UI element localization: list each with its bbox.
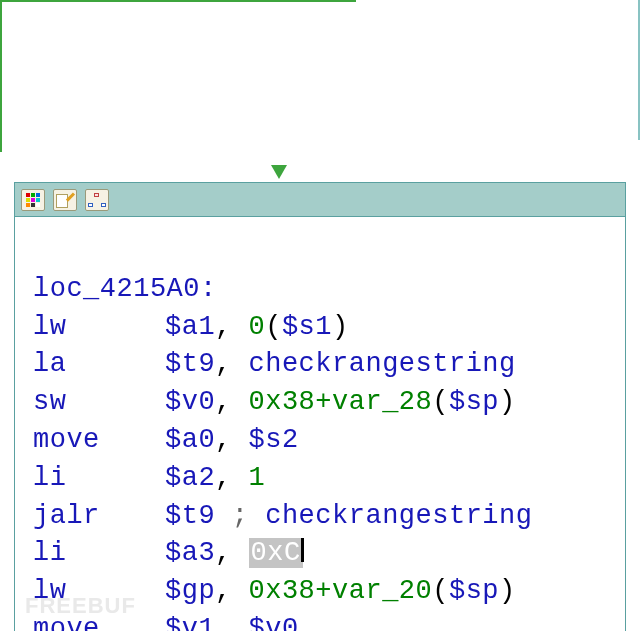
tok-comma: , <box>215 576 248 606</box>
asm-line[interactable]: li$a3, 0xC <box>33 535 613 573</box>
tok-num: 1 <box>249 463 266 493</box>
asm-line[interactable]: la$t9, checkrangestring <box>33 346 613 384</box>
tok-comma: , <box>215 312 248 342</box>
asm-line[interactable]: jalr$t9 ; checkrangestring <box>33 498 613 536</box>
tok-punct: ( <box>265 312 282 342</box>
tok-comma: , <box>215 349 248 379</box>
asm-line[interactable]: sw$v0, 0x38+var_28($sp) <box>33 384 613 422</box>
graph-view-button[interactable] <box>85 189 109 211</box>
tok-punct: ) <box>499 576 516 606</box>
asm-line[interactable]: lw$a1, 0($s1) <box>33 309 613 347</box>
mnemonic: lw <box>33 573 165 611</box>
mnemonic: sw <box>33 384 165 422</box>
tok-reg: $a0 <box>165 425 215 455</box>
tok-func: checkrangestring <box>249 349 516 379</box>
mnemonic: move <box>33 611 165 631</box>
tok-reg: $v0 <box>249 614 299 631</box>
tok-expr: 0x38+var_20 <box>249 576 433 606</box>
graph-edge-horizontal <box>0 0 356 2</box>
tok-comma: , <box>215 425 248 455</box>
mnemonic: li <box>33 535 165 573</box>
tok-punct: ( <box>432 576 449 606</box>
tok-punct: ( <box>432 387 449 417</box>
tok-reg: $sp <box>449 387 499 417</box>
tok-punct: ) <box>499 387 516 417</box>
tok-comment: ; <box>215 501 265 531</box>
disasm-code[interactable]: loc_4215A0:lw$a1, 0($s1)la$t9, checkrang… <box>15 217 625 631</box>
asm-line[interactable]: move$a0, $s2 <box>33 422 613 460</box>
tok-comma: , <box>215 387 248 417</box>
tok-reg: $a3 <box>165 538 215 568</box>
tok-comma: , <box>215 463 248 493</box>
edit-note-button[interactable] <box>53 189 77 211</box>
tok-reg: $s2 <box>249 425 299 455</box>
graph-view-icon <box>88 193 106 207</box>
tok-reg: $s1 <box>282 312 332 342</box>
edit-note-icon <box>56 192 74 208</box>
tok-hl: 0xC <box>249 538 303 568</box>
mnemonic: move <box>33 422 165 460</box>
text-cursor <box>301 538 304 562</box>
tok-comma: , <box>215 538 248 568</box>
palette-icon <box>26 193 40 207</box>
tok-reg: $t9 <box>165 501 215 531</box>
block-toolbar <box>15 183 625 217</box>
palette-button[interactable] <box>21 189 45 211</box>
tok-comma: , <box>215 614 248 631</box>
graph-edge-vertical <box>0 2 2 152</box>
mnemonic: lw <box>33 309 165 347</box>
tok-reg: $t9 <box>165 349 215 379</box>
graph-edge-arrowhead <box>271 165 287 179</box>
block-label[interactable]: loc_4215A0: <box>33 271 613 309</box>
graph-edge-right-stub <box>634 0 640 140</box>
disasm-block[interactable]: loc_4215A0:lw$a1, 0($s1)la$t9, checkrang… <box>14 182 626 631</box>
tok-func: checkrangestring <box>265 501 532 531</box>
asm-line[interactable]: lw$gp, 0x38+var_20($sp) <box>33 573 613 611</box>
mnemonic: jalr <box>33 498 165 536</box>
tok-reg: $a1 <box>165 312 215 342</box>
tok-reg: $gp <box>165 576 215 606</box>
tok-expr: 0x38+var_28 <box>249 387 433 417</box>
asm-line[interactable]: li$a2, 1 <box>33 460 613 498</box>
tok-reg: $sp <box>449 576 499 606</box>
mnemonic: li <box>33 460 165 498</box>
tok-num: 0 <box>249 312 266 342</box>
mnemonic: la <box>33 346 165 384</box>
tok-reg: $v0 <box>165 387 215 417</box>
asm-line[interactable]: move$v1, $v0 <box>33 611 613 631</box>
tok-reg: $a2 <box>165 463 215 493</box>
tok-reg: $v1 <box>165 614 215 631</box>
tok-punct: ) <box>332 312 349 342</box>
